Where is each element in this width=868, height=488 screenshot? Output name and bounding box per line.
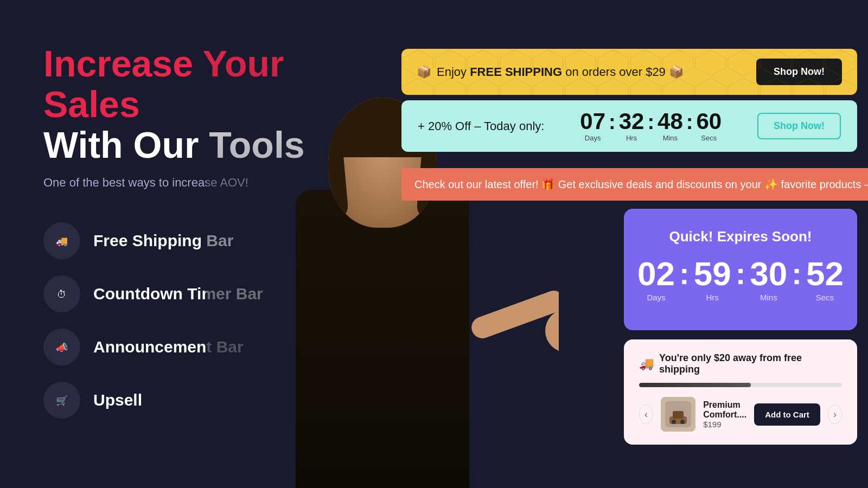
sep1: :: [609, 111, 616, 134]
progress-bar-fill: [639, 383, 751, 387]
svg-text:📣: 📣: [56, 342, 68, 354]
upsell-label: Upsell: [93, 391, 142, 409]
countdown-hours-unit: 32 Hrs: [619, 110, 644, 142]
upsell-icon-circle: 🛒: [43, 382, 80, 419]
expires-widget: Quick! Expires Soon! 02 Days : 59 Hrs : …: [624, 209, 857, 330]
countdown-timer: 07 Days : 32 Hrs : 48 Mins : 60 Secs: [580, 110, 722, 142]
progress-bar-container: [639, 383, 842, 387]
shipping-progress-widget: 🚚 You're only $20 away from free shippin…: [624, 339, 857, 445]
expires-timer: 02 Days : 59 Hrs : 30 Mins : 52 Secs: [646, 256, 835, 303]
countdown-icon-circle: ⏱: [43, 275, 80, 312]
countdown-hours-label: Hrs: [626, 134, 637, 142]
countdown-secs-value: 60: [696, 110, 722, 133]
announcement-text: Check out our latest offer! 🎁 Get exclus…: [414, 178, 868, 190]
expires-days-value: 02: [637, 257, 675, 291]
product-info: Premium Comfort.... $199: [703, 400, 746, 429]
product-price: $199: [703, 420, 746, 429]
expires-secs-unit: 52 Secs: [806, 257, 844, 302]
announcement-bar: Check out our latest offer! 🎁 Get exclus…: [401, 168, 868, 201]
expires-days-label: Days: [647, 293, 665, 302]
countdown-mins-value: 48: [658, 110, 683, 133]
expires-sep1: :: [679, 256, 690, 291]
countdown-banner-label: + 20% Off – Today only:: [418, 119, 544, 133]
svg-point-14: [680, 420, 685, 424]
product-name: Premium Comfort....: [703, 400, 746, 420]
countdown-days-value: 07: [580, 110, 605, 133]
shipping-progress-text: You're only $20 away from free shipping: [659, 352, 842, 375]
svg-text:⏱: ⏱: [57, 289, 67, 300]
expires-hours-unit: 59 Hrs: [694, 257, 731, 302]
announcement-icon-circle: 📣: [43, 329, 80, 365]
add-to-cart-button[interactable]: Add to Cart: [754, 403, 820, 426]
countdown-secs-label: Secs: [701, 134, 717, 142]
expires-secs-value: 52: [806, 257, 844, 291]
expires-sep2: :: [736, 256, 746, 291]
countdown-days-label: Days: [585, 134, 601, 142]
product-row: ‹ Premium Comfort.... $199 Add to Cart ›: [639, 397, 842, 432]
expires-mins-value: 30: [750, 257, 787, 291]
expires-mins-unit: 30 Mins: [750, 257, 787, 302]
right-section: 📦 Enjoy FREE SHIPPING on orders over $29…: [380, 0, 868, 488]
expires-days-unit: 02 Days: [637, 257, 675, 302]
sep2: :: [647, 111, 654, 134]
countdown-hours-value: 32: [619, 110, 644, 133]
free-shipping-icon-circle: 🚚: [43, 222, 80, 259]
countdown-mins-label: Mins: [663, 134, 678, 142]
countdown-mins-unit: 48 Mins: [658, 110, 683, 142]
sep3: :: [686, 111, 693, 134]
countdown-days-unit: 07 Days: [580, 110, 605, 142]
product-image: [661, 397, 695, 432]
product-next-button[interactable]: ›: [828, 404, 842, 424]
countdown-secs-unit: 60 Secs: [696, 110, 722, 142]
shipping-icon-left: 📦: [417, 65, 431, 79]
expires-mins-label: Mins: [760, 293, 777, 302]
shipping-banner-text: 📦 Enjoy FREE SHIPPING on orders over $29…: [417, 65, 684, 79]
svg-text:🛒: 🛒: [56, 395, 68, 407]
expires-hours-label: Hrs: [706, 293, 719, 302]
shipping-progress-icon: 🚚: [639, 357, 654, 371]
expires-secs-label: Secs: [816, 293, 834, 302]
countdown-shop-now-button[interactable]: Shop Now!: [757, 113, 841, 139]
expires-title: Quick! Expires Soon!: [646, 228, 835, 245]
svg-rect-12: [673, 411, 684, 419]
svg-point-13: [672, 420, 676, 424]
expires-sep3: :: [792, 256, 802, 291]
shipping-banner: 📦 Enjoy FREE SHIPPING on orders over $29…: [401, 49, 857, 95]
expires-hours-value: 59: [694, 257, 731, 291]
countdown-banner: + 20% Off – Today only: 07 Days : 32 Hrs…: [401, 100, 857, 152]
product-prev-button[interactable]: ‹: [639, 404, 653, 424]
shipping-progress-header: 🚚 You're only $20 away from free shippin…: [639, 352, 842, 375]
shipping-shop-now-button[interactable]: Shop Now!: [756, 59, 842, 85]
svg-text:🚚: 🚚: [56, 235, 68, 247]
